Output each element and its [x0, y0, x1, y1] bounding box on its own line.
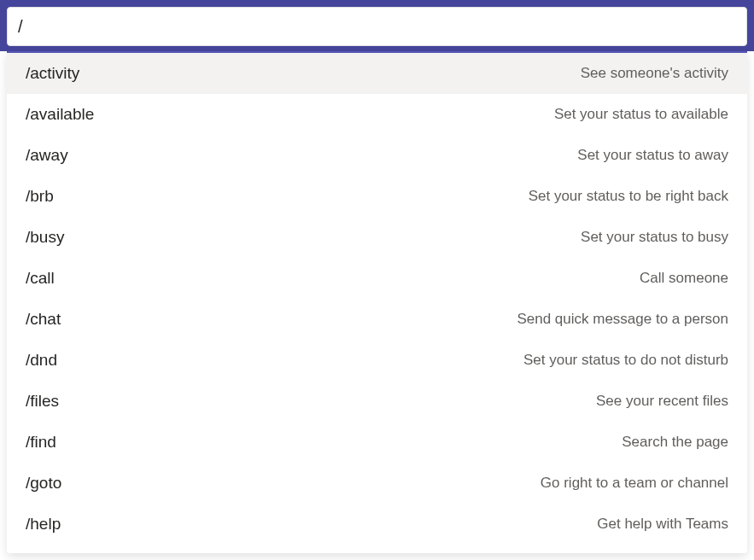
search-bar-container — [0, 7, 754, 51]
command-description: Set your status to available — [554, 106, 728, 123]
command-item[interactable]: /availableSet your status to available — [7, 94, 747, 135]
command-item[interactable]: /dndSet your status to do not disturb — [7, 340, 747, 381]
command-name: /call — [26, 269, 55, 288]
search-box[interactable] — [7, 7, 747, 46]
command-name: /files — [26, 392, 59, 411]
command-description: Call someone — [640, 270, 728, 287]
command-name: /goto — [26, 474, 61, 493]
command-item[interactable]: /helpGet help with Teams — [7, 504, 747, 545]
command-description: Set your status to busy — [581, 229, 728, 246]
command-name: /find — [26, 433, 56, 452]
command-name: /activity — [26, 64, 79, 83]
command-item[interactable]: /brbSet your status to be right back — [7, 176, 747, 217]
command-description: Send quick message to a person — [517, 311, 728, 328]
command-name: /available — [26, 105, 94, 124]
titlebar — [0, 0, 754, 7]
command-suggestions-dropdown[interactable]: /activitySee someone's activity/availabl… — [7, 51, 747, 553]
command-name: /help — [26, 515, 61, 534]
command-name: /busy — [26, 228, 64, 247]
command-name: /chat — [26, 310, 61, 329]
command-item[interactable]: /gotoGo right to a team or channel — [7, 463, 747, 504]
command-description: Get help with Teams — [597, 516, 728, 533]
command-description: Search the page — [622, 434, 728, 451]
command-item[interactable]: /chatSend quick message to a person — [7, 299, 747, 340]
command-item[interactable]: /findSearch the page — [7, 422, 747, 463]
command-description: Set your status to be right back — [529, 188, 728, 205]
command-description: Go right to a team or channel — [541, 475, 728, 492]
command-input[interactable] — [18, 17, 736, 37]
command-name: /dnd — [26, 351, 57, 370]
command-description: See someone's activity — [581, 65, 728, 82]
command-item[interactable]: /awaySet your status to away — [7, 135, 747, 176]
command-description: Set your status to away — [577, 147, 728, 164]
command-item[interactable]: /activitySee someone's activity — [7, 53, 747, 94]
command-name: /away — [26, 146, 68, 165]
command-item[interactable]: /filesSee your recent files — [7, 381, 747, 422]
command-description: Set your status to do not disturb — [523, 352, 728, 369]
command-name: /brb — [26, 187, 54, 206]
command-item[interactable]: /callCall someone — [7, 258, 747, 299]
command-description: See your recent files — [596, 393, 728, 410]
command-item[interactable]: /busySet your status to busy — [7, 217, 747, 258]
